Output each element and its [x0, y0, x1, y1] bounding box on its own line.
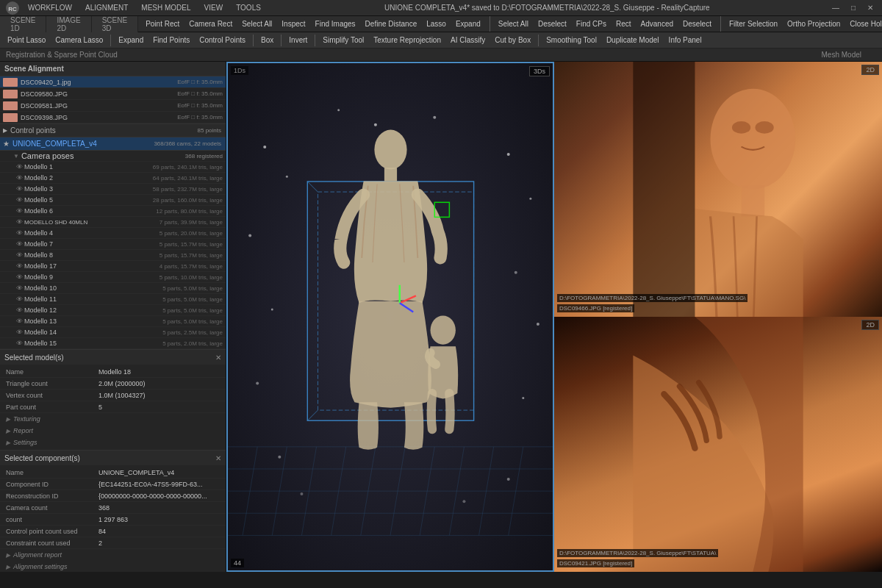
- image-thumb: [3, 101, 18, 110]
- select-all-button[interactable]: Select All: [237, 18, 276, 31]
- alignment-menu[interactable]: ALIGNMENT: [81, 1, 132, 15]
- viewport-top-right-path: D:\FOTOGRAMMETRIA\2022-28_S. Giuseppe\FT…: [557, 294, 747, 302]
- texture-reprojection-button[interactable]: Texture Reprojection: [369, 34, 445, 47]
- maximize-button[interactable]: □: [848, 4, 858, 12]
- camera-poses-item[interactable]: ▼ Camera poses 368 registered: [0, 151, 226, 162]
- tab-scene-3d[interactable]: SCENE 3D: [92, 16, 138, 32]
- alignment-settings-section[interactable]: Alignment settings: [0, 561, 226, 572]
- model-item-3[interactable]: 👁 Modello 3 58 parts, 232.7M tris, large: [0, 184, 226, 195]
- simplify-tool-button[interactable]: Simplify Tool: [318, 34, 368, 47]
- smoothing-tool-button[interactable]: Smoothing Tool: [542, 34, 601, 47]
- duplicate-model-button[interactable]: Duplicate Model: [602, 34, 664, 47]
- image-item[interactable]: DSC09580.JPG EofF □ f: 35.0mm: [0, 88, 226, 100]
- filter-selection-button[interactable]: Filter Selection: [725, 18, 782, 31]
- model-item-13[interactable]: 👁 Modello 13 5 parts, 5.0M tris, large: [0, 316, 226, 327]
- deselect2-button[interactable]: Deselect: [678, 18, 716, 31]
- find-images-button[interactable]: Find Images: [311, 18, 360, 31]
- model-item-shd[interactable]: 👁 MODELLO SHD 40MLN 7 parts, 39.9M tris,…: [0, 217, 226, 228]
- lasso-button[interactable]: Lasso: [422, 18, 451, 31]
- find-cps-button[interactable]: Find CPs: [572, 18, 611, 31]
- tab-scene-1d[interactable]: SCENE 1D: [0, 16, 46, 32]
- settings-section[interactable]: Settings: [0, 437, 226, 448]
- find-points-button[interactable]: Find Points: [148, 34, 194, 47]
- selected-component-close[interactable]: ✕: [215, 454, 221, 462]
- close-button[interactable]: ✕: [864, 4, 876, 12]
- alignment-report-section[interactable]: Alignment report: [0, 549, 226, 561]
- report-section[interactable]: Report: [0, 425, 226, 437]
- 3d-background: [228, 63, 553, 570]
- viewport-top-right-registered: DSC09466.JPG [registered]: [557, 304, 634, 312]
- selected-model-header[interactable]: Selected model(s) ✕: [0, 350, 226, 365]
- eye-icon: 👁: [16, 318, 23, 325]
- model-item-11[interactable]: 👁 Modello 11 5 parts, 5.0M tris, large: [0, 294, 226, 305]
- invert-button[interactable]: Invert: [284, 34, 312, 47]
- camera-lasso-button[interactable]: Camera Lasso: [51, 34, 107, 47]
- model-item-2[interactable]: 👁 Modello 2 64 parts, 240.1M tris, large: [0, 173, 226, 184]
- model-item-5[interactable]: 👁 Modello 5 28 parts, 160.0M tris, large: [0, 195, 226, 206]
- model-item-6[interactable]: 👁 Modello 6 12 parts, 80.0M tris, large: [0, 206, 226, 217]
- viewport-bottom-left-registered: DSC09421.JPG [registered]: [557, 559, 634, 567]
- model-item-17[interactable]: 👁 Modello 17 4 parts, 15.7M tris, large: [0, 261, 226, 272]
- define-distance-button[interactable]: Define Distance: [361, 18, 422, 31]
- selected-component-header[interactable]: Selected component(s) ✕: [0, 451, 226, 465]
- model-item-12[interactable]: 👁 Modello 12 5 parts, 5.0M tris, large: [0, 305, 226, 316]
- image-item[interactable]: DSC09581.JPG EofF □ f: 35.0mm: [0, 100, 226, 112]
- model-info: 64 parts, 240.1M tris, large: [153, 175, 223, 182]
- tools-menu[interactable]: TOOLS: [232, 1, 265, 15]
- mesh-model-menu[interactable]: MESH MODEL: [137, 1, 195, 15]
- expand2-button[interactable]: Expand: [114, 34, 148, 47]
- expand-button[interactable]: Expand: [451, 18, 485, 31]
- model-item-4[interactable]: 👁 Modello 4 5 parts, 20.0M tris, large: [0, 228, 226, 239]
- model-item-14[interactable]: 👁 Modello 14 5 parts, 2.5M tris, large: [0, 327, 226, 338]
- model-item-7[interactable]: 👁 Modello 7 5 parts, 15.7M tris, large: [0, 239, 226, 250]
- inspect-button[interactable]: Inspect: [277, 18, 309, 31]
- texturing-section[interactable]: Texturing: [0, 413, 226, 425]
- svg-rect-50: [742, 185, 765, 216]
- viewport-3d[interactable]: 1Ds 3Ds 44: [226, 62, 554, 572]
- control-points-button[interactable]: Control Points: [195, 34, 250, 47]
- camera-rect-button[interactable]: Camera Rect: [184, 18, 237, 31]
- titlebar-left: RC WORKFLOW ALIGNMENT MESH MODEL VIEW TO…: [6, 1, 265, 15]
- selected-component-body: Name UNIONE_COMPLETA_v4 Component ID {EC…: [0, 465, 226, 572]
- minimize-button[interactable]: —: [829, 4, 842, 12]
- workflow-menu[interactable]: WORKFLOW: [24, 1, 76, 15]
- view-menu[interactable]: VIEW: [200, 1, 228, 15]
- model-item-15[interactable]: 👁 Modello 15 5 parts, 2.0M tris, large: [0, 338, 226, 349]
- model-item-10[interactable]: 👁 Modello 10 5 parts, 5.0M tris, large: [0, 283, 226, 294]
- info-panel-button[interactable]: Info Panel: [664, 34, 706, 47]
- model-name: Modello 11: [24, 295, 162, 303]
- advanced-button[interactable]: Advanced: [637, 18, 678, 31]
- point-rect-button[interactable]: Point Rect: [141, 18, 184, 31]
- svg-rect-51: [633, 62, 695, 317]
- viewport-top-right[interactable]: 2D D:\FOTOGRAMMETRIA\2022-28_S. Giuseppe…: [554, 62, 882, 317]
- model-item-1[interactable]: 👁 Modello 1 69 parts, 240.1M tris, large: [0, 162, 226, 173]
- model-name: Modello 13: [24, 318, 162, 325]
- ai-classify-button[interactable]: AI Classify: [446, 34, 490, 47]
- control-points-header[interactable]: ▶ Control points 85 points: [0, 124, 226, 137]
- photo-statue-face: [554, 62, 882, 317]
- model-list: 👁 Modello 1 69 parts, 240.1M tris, large…: [0, 162, 226, 349]
- ortho-projection-button[interactable]: Ortho Projection: [783, 18, 845, 31]
- point-lasso-button[interactable]: Point Lasso: [3, 34, 50, 47]
- model-info: 5 parts, 5.0M tris, large: [162, 285, 223, 292]
- prop-vertex-count: Vertex count 1.0M (1004327): [0, 390, 226, 401]
- select-all-rect-button[interactable]: Select All: [494, 18, 533, 31]
- model-item-9[interactable]: 👁 Modello 9 5 parts, 10.0M tris, large: [0, 272, 226, 283]
- box-button[interactable]: Box: [257, 34, 278, 47]
- selected-model-close[interactable]: ✕: [215, 354, 221, 362]
- close-holes-button[interactable]: Close Holes: [845, 18, 882, 31]
- component-header[interactable]: ★ UNIONE_COMPLETA_v4 368/368 cams, 22 mo…: [0, 137, 226, 151]
- tab-image-2d[interactable]: IMAGE 2D: [46, 16, 91, 32]
- toolbar-mesh-section: Filter Selection Ortho Projection Close …: [725, 16, 882, 32]
- scene-alignment-header[interactable]: Scene Alignment: [0, 62, 226, 76]
- eye-icon: 👁: [16, 229, 23, 237]
- cut-by-box-button[interactable]: Cut by Box: [490, 34, 535, 47]
- model-item-8[interactable]: 👁 Modello 8 5 parts, 15.7M tris, large: [0, 250, 226, 261]
- viewport-3d-label: 1Ds: [231, 66, 248, 75]
- deselect-button[interactable]: Deselect: [534, 18, 571, 31]
- viewport-bottom-left[interactable]: 2D D:\FOTOGRAMMETRIA\2022-28_S. Giuseppe…: [554, 317, 882, 572]
- image-item[interactable]: DSC09420_1.jpg EofF □ f: 35.0mm: [0, 76, 226, 88]
- image-item[interactable]: DSC09398.JPG EofF □ f: 35.0mm: [0, 112, 226, 123]
- rect-button[interactable]: Rect: [612, 18, 636, 31]
- eye-icon: 👁: [16, 196, 23, 204]
